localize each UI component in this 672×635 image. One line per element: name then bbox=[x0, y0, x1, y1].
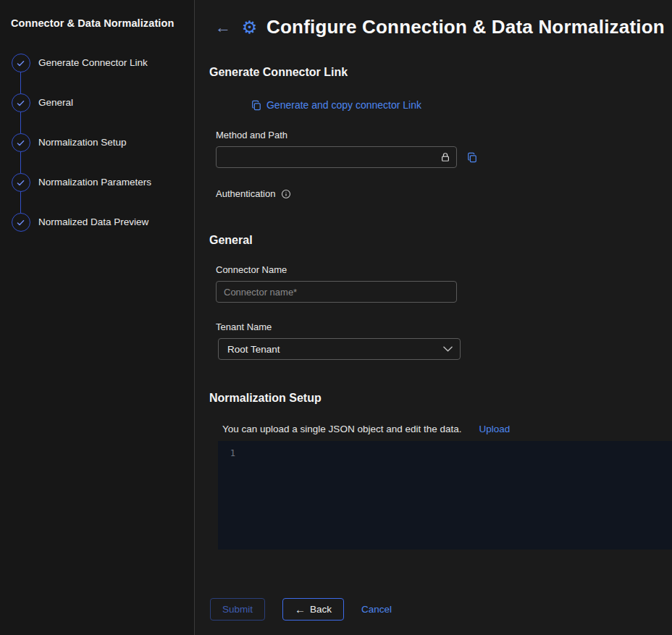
step-normalization-setup[interactable]: Normalization Setup bbox=[11, 133, 184, 173]
step-check-icon bbox=[12, 173, 30, 192]
back-button-label: Back bbox=[310, 604, 332, 615]
tenant-name-label: Tenant Name bbox=[216, 321, 672, 332]
arrow-left-icon: ← bbox=[295, 603, 306, 615]
step-check-icon bbox=[12, 54, 30, 72]
step-rail bbox=[11, 54, 30, 93]
generate-copy-link-label: Generate and copy connector Link bbox=[266, 99, 421, 111]
sidebar-title: Connector & Data Normalization bbox=[10, 17, 184, 29]
connector-name-label: Connector Name bbox=[216, 264, 672, 275]
step-check-icon bbox=[12, 93, 30, 112]
step-normalization-parameters[interactable]: Normalization Parameters bbox=[11, 173, 184, 213]
upload-link[interactable]: Upload bbox=[479, 424, 511, 434]
method-path-input[interactable] bbox=[216, 146, 457, 168]
stepper-sidebar: Connector & Data Normalization Generate … bbox=[0, 0, 195, 635]
method-path-label: Method and Path bbox=[216, 130, 672, 140]
submit-button[interactable]: Submit bbox=[210, 598, 265, 621]
copy-method-path-icon[interactable] bbox=[467, 152, 477, 163]
cancel-button-label: Cancel bbox=[361, 604, 392, 615]
step-rail bbox=[11, 213, 30, 232]
step-rail bbox=[11, 173, 30, 213]
info-icon[interactable] bbox=[281, 189, 291, 199]
method-path-field-wrap bbox=[216, 146, 457, 168]
step-label: Generate Connector Link bbox=[38, 54, 148, 93]
submit-button-label: Submit bbox=[222, 604, 253, 615]
json-editor[interactable]: 1 bbox=[218, 441, 672, 550]
step-generate-connector-link[interactable]: Generate Connector Link bbox=[11, 54, 184, 93]
step-label: Normalized Data Preview bbox=[38, 213, 148, 232]
normalization-section-heading: Normalization Setup bbox=[209, 392, 672, 405]
generate-section-heading: Generate Connector Link bbox=[209, 66, 672, 79]
tenant-select[interactable]: Root Tenant bbox=[218, 338, 461, 360]
copy-icon bbox=[251, 100, 261, 111]
step-check-icon bbox=[12, 213, 30, 232]
step-normalized-data-preview[interactable]: Normalized Data Preview bbox=[11, 213, 184, 232]
step-connector-line bbox=[20, 152, 22, 173]
authentication-label: Authentication bbox=[216, 188, 275, 199]
step-connector-line bbox=[20, 192, 22, 213]
cancel-button[interactable]: Cancel bbox=[361, 604, 392, 615]
general-section-heading: General bbox=[209, 234, 672, 247]
back-button[interactable]: ← Back bbox=[282, 598, 344, 621]
step-rail bbox=[11, 93, 30, 133]
authentication-row: Authentication bbox=[216, 188, 672, 199]
step-label: Normalization Parameters bbox=[38, 173, 151, 213]
lock-icon bbox=[440, 152, 450, 163]
step-rail bbox=[11, 133, 30, 173]
step-connector-line bbox=[20, 72, 22, 93]
chevron-down-icon bbox=[443, 346, 453, 352]
editor-line-number: 1 bbox=[218, 447, 243, 460]
back-arrow-icon[interactable]: ← bbox=[215, 20, 231, 35]
gear-icon: ⚙ bbox=[240, 17, 259, 37]
footer-actions: Submit ← Back Cancel bbox=[195, 598, 672, 621]
step-label: General bbox=[38, 93, 73, 133]
generate-copy-link[interactable]: Generate and copy connector Link bbox=[216, 99, 457, 111]
step-general[interactable]: General bbox=[11, 93, 184, 133]
upload-instruction: You can upload a single JSON object and … bbox=[222, 424, 462, 434]
step-connector-line bbox=[20, 112, 22, 133]
step-check-icon bbox=[12, 133, 30, 152]
connector-name-input[interactable] bbox=[216, 281, 457, 303]
page-header: ← ⚙ Configure Connection & Data Normaliz… bbox=[195, 0, 672, 38]
tenant-selected-value: Root Tenant bbox=[227, 344, 280, 355]
step-label: Normalization Setup bbox=[38, 133, 127, 173]
page-title: Configure Connection & Data Normalizatio… bbox=[266, 16, 665, 38]
stepper: Generate Connector Link General Normaliz… bbox=[10, 54, 184, 232]
upload-row: You can upload a single JSON object and … bbox=[222, 424, 672, 434]
main-content: ← ⚙ Configure Connection & Data Normaliz… bbox=[195, 0, 672, 635]
